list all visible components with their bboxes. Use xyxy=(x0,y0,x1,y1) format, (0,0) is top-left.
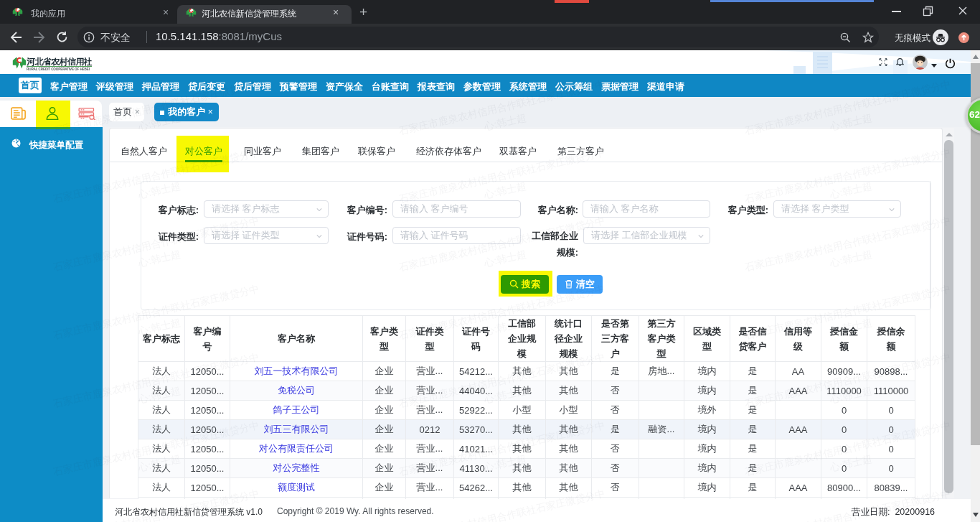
svg-text:RURAL CREDIT COOPERATIVE OF HE: RURAL CREDIT COOPERATIVE OF HEBEI xyxy=(27,67,90,71)
